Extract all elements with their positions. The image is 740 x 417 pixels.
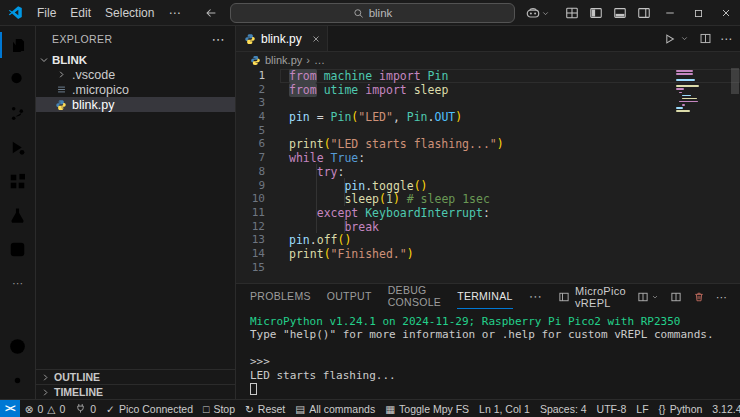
status-bar: >< ⊗ 0 △ 0 0 ✓ Pico Connected □ Stop ↻ R…	[0, 399, 740, 417]
window-maximize-button[interactable]	[684, 0, 712, 26]
section-timeline[interactable]: TIMELINE	[36, 384, 235, 399]
minimap[interactable]	[676, 70, 714, 116]
code-line[interactable]: 14print("Finished.")	[236, 247, 740, 261]
activity-explorer-icon[interactable]	[0, 28, 36, 62]
reset-button[interactable]: ↻ Reset	[240, 400, 290, 417]
customize-layout-icon[interactable]	[560, 0, 584, 26]
ports-status[interactable]: 0	[70, 400, 101, 417]
editor-scrollbar[interactable]	[731, 68, 739, 94]
indentation-status[interactable]: Spaces: 4	[535, 400, 592, 417]
panel-tab-terminal[interactable]: TERMINAL	[457, 284, 513, 309]
pico-connected-status[interactable]: ✓ Pico Connected	[101, 400, 198, 417]
window-minimize-button[interactable]	[656, 0, 684, 26]
vscode-window: File Edit Selection ⋯ blink	[0, 0, 740, 417]
explorer-title: EXPLORER	[52, 33, 112, 45]
menu-edit[interactable]: Edit	[63, 3, 98, 23]
code-line[interactable]: 6print("LED starts flashing...")	[236, 137, 740, 151]
activity-source-control-icon[interactable]	[0, 96, 36, 130]
run-python-file-icon[interactable]	[662, 32, 676, 46]
toggle-panel-icon[interactable]	[608, 0, 632, 26]
activity-run-debug-icon[interactable]	[0, 130, 36, 164]
code-editor[interactable]: 1from machine import Pin2from utime impo…	[236, 68, 740, 283]
terminal-output[interactable]: MicroPython v1.24.1 on 2024-11-29; Raspb…	[236, 309, 740, 399]
settings-gear-icon[interactable]	[0, 363, 36, 397]
panel-more-actions-icon[interactable]: ⋯	[716, 291, 727, 303]
menu-overflow[interactable]: ⋯	[161, 3, 187, 23]
tab-blink-py[interactable]: blink.py	[236, 26, 328, 51]
code-line[interactable]: 2from utime import sleep	[236, 83, 740, 97]
activity-more-icon[interactable]: ⋯	[0, 266, 36, 300]
python-file-icon	[54, 99, 68, 111]
activity-extensions-icon[interactable]	[0, 164, 36, 198]
terminal-selector[interactable]: MicroPico vREPL	[558, 285, 626, 309]
code-line[interactable]: 5	[236, 124, 740, 138]
code-line[interactable]: 10 sleep(1) # sleep 1sec	[236, 192, 740, 206]
chevron-down-icon	[541, 9, 550, 18]
toggle-mpy-fs-button[interactable]: ▦ Toggle Mpy FS	[380, 400, 474, 417]
activity-testing-icon[interactable]	[0, 198, 36, 232]
code-line[interactable]: 11 except KeyboardInterrupt:	[236, 206, 740, 220]
problems-status[interactable]: ⊗ 0 △ 0	[20, 400, 71, 417]
code-line[interactable]: 13pin.off()	[236, 233, 740, 247]
panel-tab-debug-console[interactable]: DEBUG CONSOLE	[388, 284, 441, 309]
code-line[interactable]: 15	[236, 261, 740, 275]
indent-guide	[344, 178, 345, 206]
eol-label: LF	[636, 403, 648, 415]
window-close-button[interactable]	[712, 0, 740, 26]
code-line[interactable]: 7while True:	[236, 151, 740, 165]
search-icon	[353, 8, 364, 19]
panel-tab-problems[interactable]: PROBLEMS	[250, 284, 311, 309]
accounts-icon[interactable]	[0, 329, 36, 363]
language-label: Python	[670, 403, 703, 415]
activity-search-icon[interactable]	[0, 62, 36, 96]
tab-close-icon[interactable]	[311, 34, 321, 44]
tree-item-label: .vscode	[72, 68, 115, 82]
code-line[interactable]: 12 break	[236, 220, 740, 234]
line-content	[280, 124, 740, 138]
remote-indicator[interactable]: ><	[0, 400, 20, 417]
encoding-status[interactable]: UTF-8	[592, 400, 632, 417]
line-content	[280, 261, 740, 275]
code-line[interactable]: 8 try:	[236, 165, 740, 179]
split-terminal-icon[interactable]	[670, 291, 682, 303]
launch-profile-icon[interactable]	[637, 291, 659, 303]
section-outline[interactable]: OUTLINE	[36, 369, 235, 384]
activity-micropico-icon[interactable]	[0, 232, 36, 266]
minimap-line	[679, 92, 682, 94]
terminal-panel-icon	[558, 291, 570, 303]
command-center-text: blink	[369, 7, 393, 19]
code-line[interactable]: 4pin = Pin("LED", Pin.OUT)	[236, 110, 740, 124]
tree-item-micropico[interactable]: .micropico	[36, 82, 235, 97]
code-line[interactable]: 1from machine import Pin	[236, 69, 740, 83]
tree-root-blink[interactable]: BLINK	[36, 52, 235, 67]
editor-more-actions-icon[interactable]: ⋯	[720, 32, 732, 46]
code-line[interactable]: 9 pin.toggle()	[236, 179, 740, 193]
nav-back-icon[interactable]	[201, 3, 221, 23]
python-interpreter[interactable]: 3.12.4	[707, 400, 740, 417]
all-commands-button[interactable]: ▤ All commands	[290, 400, 380, 417]
code-line[interactable]: 3	[236, 96, 740, 110]
eol-status[interactable]: LF	[631, 400, 653, 417]
stop-icon: □	[203, 403, 209, 415]
toggle-sidebar-icon[interactable]	[584, 0, 608, 26]
chevron-right-icon	[40, 372, 51, 383]
copilot-button[interactable]	[525, 5, 550, 21]
tree-item-blink-py[interactable]: blink.py	[36, 97, 235, 112]
cursor-position[interactable]: Ln 1, Col 1	[474, 400, 535, 417]
toggle-secondary-sidebar-icon[interactable]	[632, 0, 656, 26]
line-number: 8	[236, 165, 280, 179]
menu-file[interactable]: File	[30, 3, 63, 23]
terminal-line: Type "help()" for more information or .h…	[250, 328, 740, 341]
language-mode[interactable]: {} Python	[654, 400, 708, 417]
panel-tabs-more-icon[interactable]: ⋯	[529, 289, 542, 304]
panel-tab-output[interactable]: OUTPUT	[327, 284, 372, 309]
explorer-actions-icon[interactable]: ⋯	[212, 32, 225, 47]
run-dropdown-chevron-icon[interactable]	[680, 34, 689, 43]
command-center-search[interactable]: blink	[230, 3, 515, 23]
breadcrumb[interactable]: blink.py › …	[236, 52, 740, 68]
kill-terminal-icon[interactable]	[693, 291, 705, 303]
tree-item-vscode[interactable]: .vscode	[36, 67, 235, 82]
menu-selection[interactable]: Selection	[98, 3, 161, 23]
split-editor-icon[interactable]	[699, 32, 712, 45]
stop-button[interactable]: □ Stop	[198, 400, 240, 417]
